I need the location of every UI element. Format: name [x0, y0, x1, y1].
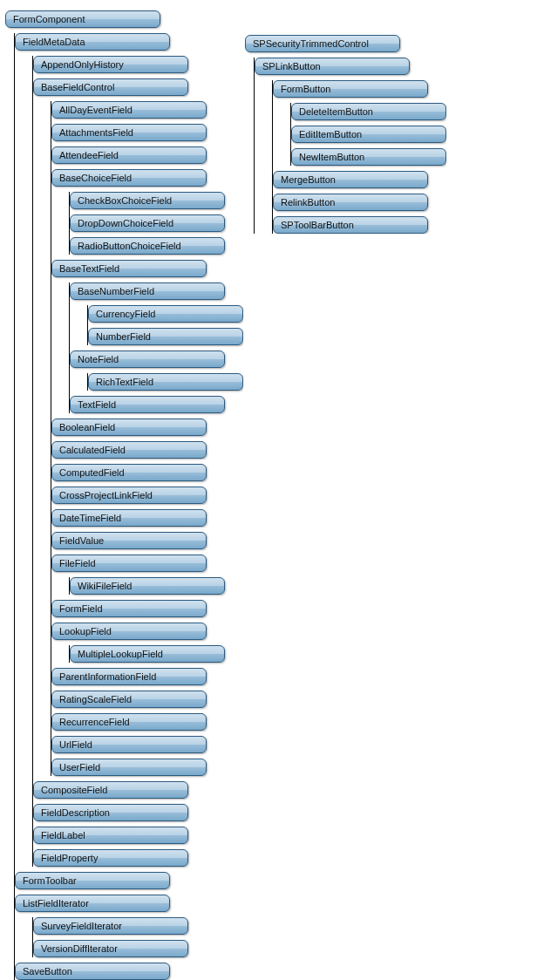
node-fieldproperty[interactable]: FieldProperty [33, 849, 188, 867]
node-parentinformationfield[interactable]: ParentInformationField [51, 668, 207, 685]
node-calculatedfield[interactable]: CalculatedField [51, 441, 207, 459]
node-savebutton[interactable]: SaveButton [15, 963, 170, 980]
node-urlfield[interactable]: UrlField [51, 736, 207, 753]
node-textfield[interactable]: TextField [70, 396, 225, 413]
node-computedfield[interactable]: ComputedField [51, 464, 207, 481]
node-filefield[interactable]: FileField [51, 555, 207, 572]
node-multiplelookupfield[interactable]: MultipleLookupField [70, 645, 225, 663]
node-fieldmetadata[interactable]: FieldMetaData [15, 33, 170, 51]
node-compositefield[interactable]: CompositeField [33, 781, 188, 799]
node-richtextfield[interactable]: RichTextField [88, 373, 243, 391]
node-radiobuttonchoicefield[interactable]: RadioButtonChoiceField [70, 237, 225, 255]
node-currencyfield[interactable]: CurrencyField [88, 305, 243, 323]
node-newitembutton[interactable]: NewItemButton [291, 148, 446, 166]
node-splinkbutton[interactable]: SPLinkButton [255, 58, 410, 75]
node-listfielditerator[interactable]: ListFieldIterator [15, 895, 170, 912]
node-wikifilefield[interactable]: WikiFileField [70, 577, 225, 595]
node-surveyfielditerator[interactable]: SurveyFieldIterator [33, 917, 188, 935]
node-booleanfield[interactable]: BooleanField [51, 419, 207, 436]
node-attendeefield[interactable]: AttendeeField [51, 146, 207, 164]
node-ratingscalefield[interactable]: RatingScaleField [51, 691, 207, 708]
node-mergebutton[interactable]: MergeButton [273, 171, 428, 188]
node-recurrencefield[interactable]: RecurrenceField [51, 713, 207, 731]
node-basenumberfield[interactable]: BaseNumberField [70, 282, 225, 300]
node-formtoolbar[interactable]: FormToolbar [15, 872, 170, 889]
node-basefieldcontrol[interactable]: BaseFieldControl [33, 78, 188, 96]
node-versiondiffiterator[interactable]: VersionDiffIterator [33, 940, 188, 957]
node-datetimefield[interactable]: DateTimeField [51, 509, 207, 527]
hierarchy-spsecuritytrimmedcontrol: SPSecurityTrimmedControlSPLinkButtonForm… [245, 30, 446, 234]
node-notefield[interactable]: NoteField [70, 350, 225, 368]
node-lookupfield[interactable]: LookupField [51, 623, 207, 640]
node-relinkbutton[interactable]: RelinkButton [273, 194, 428, 211]
node-sptoolbarbutton[interactable]: SPToolBarButton [273, 216, 428, 234]
node-basetextfield[interactable]: BaseTextField [51, 260, 207, 277]
node-userfield[interactable]: UserField [51, 759, 207, 776]
node-crossprojectlinkfield[interactable]: CrossProjectLinkField [51, 487, 207, 504]
node-formcomponent[interactable]: FormComponent [5, 10, 160, 28]
node-attachmentsfield[interactable]: AttachmentsField [51, 124, 207, 141]
node-spsecuritytrimmedcontrol[interactable]: SPSecurityTrimmedControl [245, 35, 400, 52]
node-basechoicefield[interactable]: BaseChoiceField [51, 169, 207, 187]
node-formbutton[interactable]: FormButton [273, 80, 428, 98]
node-formfield[interactable]: FormField [51, 600, 207, 617]
node-fieldvalue[interactable]: FieldValue [51, 532, 207, 549]
node-edititembutton[interactable]: EditItemButton [291, 126, 446, 143]
node-dropdownchoicefield[interactable]: DropDownChoiceField [70, 214, 225, 232]
node-fieldlabel[interactable]: FieldLabel [33, 827, 188, 844]
node-alldayeventfield[interactable]: AllDayEventField [51, 101, 207, 119]
node-appendonlyhistory[interactable]: AppendOnlyHistory [33, 56, 188, 73]
node-numberfield[interactable]: NumberField [88, 328, 243, 345]
hierarchy-formcomponent: FormComponentFieldMetaDataAppendOnlyHist… [5, 5, 243, 980]
node-fielddescription[interactable]: FieldDescription [33, 804, 188, 821]
node-checkboxchoicefield[interactable]: CheckBoxChoiceField [70, 192, 225, 209]
node-deleteitembutton[interactable]: DeleteItemButton [291, 103, 446, 120]
